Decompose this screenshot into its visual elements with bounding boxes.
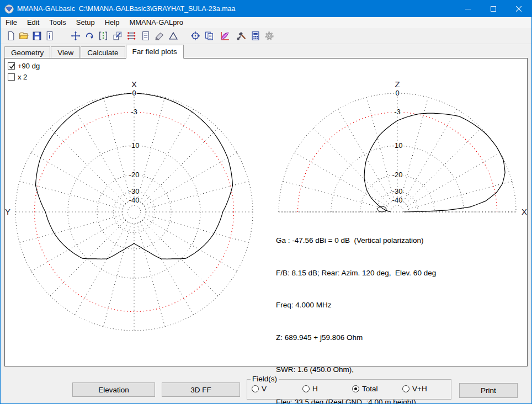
bottom-bar: Elevation 3D FF Field(s) V H Total V+H P… — [1, 366, 531, 403]
menu-bar: File Edit Tools Setup Help MMANA-GALpro — [1, 17, 531, 28]
axis-label-x: X — [131, 79, 137, 89]
toolbar — [1, 28, 531, 44]
erase-icon[interactable] — [155, 31, 164, 41]
close-button[interactable] — [506, 1, 531, 17]
plus90-option[interactable]: +90 dg — [8, 62, 40, 70]
far-field-plots-canvas: 0-3-10-20-30-40XY0-3-10-20-30-40ZX — [5, 59, 527, 366]
ring-label--30: -30 — [129, 187, 140, 195]
tab-geometry[interactable]: Geometry — [4, 46, 50, 58]
edit-wire-icon[interactable] — [98, 31, 108, 41]
file-info-icon[interactable] — [45, 31, 55, 41]
calculate-icon[interactable] — [251, 31, 260, 41]
title-bar[interactable]: MMANA-GALbasic C:\MMANA-GALBasic3\GRAYHA… — [1, 1, 531, 17]
impedance-line: Z: 689.945 + j59.806 Ohm — [276, 332, 436, 343]
swr-line: SWR: 1.6 (450.0 Ohm), — [276, 364, 436, 375]
tab-calculate[interactable]: Calculate — [81, 46, 125, 58]
ring-label--3: -3 — [394, 108, 401, 116]
app-icon — [4, 4, 14, 14]
plus90-label: +90 dg — [18, 62, 40, 70]
menu-setup[interactable]: Setup — [71, 17, 100, 28]
window-title: MMANA-GALbasic C:\MMANA-GALBasic3\GRAYHA… — [17, 5, 455, 13]
tab-view[interactable]: View — [51, 46, 80, 58]
print-button[interactable]: Print — [459, 383, 518, 398]
ring-label--20: -20 — [129, 171, 140, 179]
tab-bar: Geometry View Calculate Far field plots — [1, 44, 531, 58]
duplicate-icon[interactable] — [204, 31, 214, 41]
center-view-icon[interactable] — [190, 31, 200, 41]
menu-edit[interactable]: Edit — [22, 17, 44, 28]
tab-far-field-plots[interactable]: Far field plots — [126, 45, 184, 59]
x2-label: x 2 — [18, 73, 27, 81]
front-to-back-line: F/B: 8.15 dB; Rear: Azim. 120 deg, Elev.… — [276, 268, 436, 279]
ring-label--40: -40 — [392, 196, 403, 204]
ring-label--10: -10 — [129, 141, 140, 150]
menu-mmana-galpro[interactable]: MMANA-GALpro — [124, 17, 188, 28]
elevation-line: Elev: 33.5 deg (Real GND :4.00 m height) — [276, 397, 436, 404]
field-v-label: V — [262, 385, 267, 393]
ring-label--20: -20 — [392, 171, 403, 179]
axis-label-y: Y — [5, 207, 10, 216]
3d-ff-button[interactable]: 3D FF — [162, 382, 240, 397]
gain-line: Ga : -47.56 dBi = 0 dB (Vertical polariz… — [276, 235, 436, 246]
ring-label--3: -3 — [131, 108, 137, 116]
add-element-icon[interactable] — [168, 31, 178, 41]
field-v-option[interactable]: V — [252, 385, 267, 393]
frequency-line: Freq: 4.000 MHz — [276, 300, 436, 311]
x2-option[interactable]: x 2 — [8, 73, 27, 81]
ring-label-0: 0 — [132, 89, 136, 97]
result-summary: Ga : -47.56 dBi = 0 dB (Vertical polariz… — [276, 214, 436, 404]
optimization-tools-icon[interactable] — [237, 31, 247, 41]
options-gear-icon[interactable] — [264, 31, 274, 41]
menu-tools[interactable]: Tools — [44, 17, 71, 28]
far-field-pattern-icon[interactable] — [220, 31, 230, 41]
field-v-radio[interactable] — [252, 385, 259, 392]
save-file-icon[interactable] — [32, 31, 42, 41]
wire-list-icon[interactable] — [126, 31, 136, 41]
elevation-far-field-curve — [364, 113, 505, 212]
app-window: MMANA-GALbasic C:\MMANA-GALBasic3\GRAYHA… — [0, 0, 532, 404]
move-view-icon[interactable] — [71, 31, 81, 41]
maximize-button[interactable] — [481, 1, 506, 17]
minimize-button[interactable] — [455, 1, 481, 17]
menu-help[interactable]: Help — [100, 17, 125, 28]
far-field-plot-panel: 0-3-10-20-30-40XY0-3-10-20-30-40ZX +90 d… — [4, 58, 528, 366]
view-definitions-icon[interactable] — [141, 31, 151, 41]
ring-label--10: -10 — [392, 141, 403, 150]
scale-view-icon[interactable] — [113, 31, 123, 41]
ring-label--30: -30 — [392, 187, 403, 195]
plus90-checkbox[interactable] — [8, 62, 15, 70]
fields-group-label: Field(s) — [251, 375, 279, 383]
elevation-button[interactable]: Elevation — [72, 382, 155, 397]
ring-label--40: -40 — [129, 196, 140, 204]
x2-checkbox[interactable] — [8, 73, 15, 81]
menu-file[interactable]: File — [1, 17, 22, 28]
open-file-icon[interactable] — [19, 31, 29, 41]
axis-label-z: Z — [395, 79, 400, 89]
axis-label-x: X — [522, 207, 527, 216]
elevation-far-field-origin-loop — [377, 206, 386, 212]
new-file-icon[interactable] — [6, 31, 16, 41]
rotate-view-icon[interactable] — [84, 31, 94, 41]
ring-label-0: 0 — [395, 89, 399, 97]
